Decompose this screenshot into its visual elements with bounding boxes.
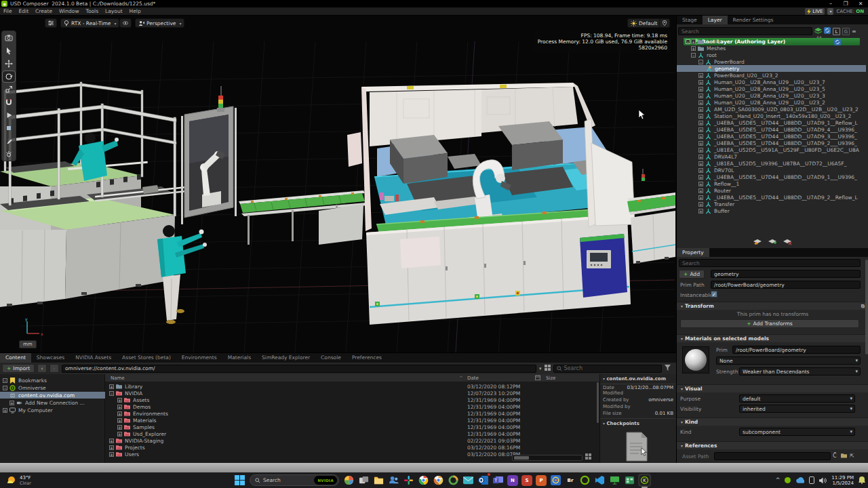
expander-icon[interactable]: + <box>117 411 122 416</box>
file-row[interactable]: +Projects03/12/2020 08:16PM <box>105 444 599 451</box>
tool-physics[interactable] <box>3 148 15 159</box>
taskbar-icon-stream[interactable]: S <box>521 475 532 486</box>
global-toggle[interactable]: G <box>842 28 850 35</box>
taskbar-icon-green-window[interactable] <box>623 474 636 487</box>
column-date[interactable]: Date <box>467 375 479 381</box>
taskbar-icon-outlook[interactable] <box>477 474 490 487</box>
nav-tree-item[interactable]: -Bookmarks <box>0 377 105 384</box>
menu-item-edit[interactable]: Edit <box>16 8 33 14</box>
expander-icon[interactable]: + <box>698 107 703 112</box>
menu-item-window[interactable]: Window <box>56 8 83 14</box>
nav-tree-item[interactable]: -Omniverse <box>0 384 105 391</box>
visual-section-header[interactable]: ▾Visual <box>677 384 868 392</box>
layer-tree-item[interactable]: +Human_U20__U28_Anna_U29__U20__U23_3 <box>677 92 866 99</box>
grid-view-icon[interactable] <box>585 453 591 461</box>
tool-rotate[interactable] <box>3 71 15 82</box>
layer-tree-item[interactable]: +_U4EBA__U5DE5__U7D44__U88DD__U7AD9_1___… <box>677 174 866 180</box>
expander-icon[interactable]: + <box>117 425 122 430</box>
back-button[interactable]: ‹ <box>37 364 47 373</box>
asset-path-field[interactable] <box>714 452 831 460</box>
slider-thumb[interactable] <box>514 456 529 460</box>
taskbar-icon-photos[interactable] <box>549 474 562 487</box>
expander-icon[interactable]: - <box>109 391 114 396</box>
units-badge[interactable]: mm <box>19 340 37 348</box>
nav-tree-item[interactable]: +Add New Connection ... <box>0 399 105 406</box>
waypoint-button[interactable] <box>659 18 670 28</box>
expander-icon[interactable]: + <box>117 405 122 409</box>
taskbar-icon-onenote[interactable]: N <box>507 475 518 486</box>
tool-move[interactable] <box>3 58 15 69</box>
file-row[interactable]: -NVIDIA12/07/2023 10:20PM <box>105 390 599 396</box>
expander-icon[interactable]: + <box>117 432 122 436</box>
expander-icon[interactable]: + <box>109 445 114 450</box>
list-options-icon[interactable]: ≡ <box>852 28 856 35</box>
expander-icon[interactable]: + <box>698 127 703 132</box>
expander-icon[interactable]: - <box>691 53 696 58</box>
taskbar-icon-task-view[interactable] <box>357 474 370 487</box>
browse-folder-icon[interactable] <box>841 453 847 460</box>
expander-icon[interactable]: + <box>691 39 696 44</box>
expander-icon[interactable]: - <box>3 386 7 390</box>
layer-tree-item[interactable]: +Transfer <box>677 201 866 207</box>
onedrive-icon[interactable] <box>795 477 804 483</box>
view-grid-icon[interactable] <box>545 365 551 372</box>
local-toggle[interactable]: L <box>833 28 840 35</box>
add-layer-icon[interactable] <box>768 239 777 247</box>
viewport-scene[interactable] <box>0 16 676 352</box>
references-section-header[interactable]: ▾References <box>677 441 868 449</box>
expander-icon[interactable]: + <box>9 401 14 405</box>
column-name[interactable]: Name <box>111 375 125 381</box>
taskbar-icon-chrome[interactable] <box>417 474 430 487</box>
expander-icon[interactable]: + <box>698 168 703 173</box>
taskbar-icon-omniverse-launcher[interactable] <box>578 474 591 487</box>
taskbar-icon-slack[interactable] <box>402 474 415 487</box>
tool-select[interactable] <box>3 45 15 56</box>
taskbar-icon-omniverse-kit[interactable]: K <box>638 474 651 487</box>
taskbar-icon-screen-cast[interactable] <box>608 474 621 487</box>
property-scrollbar[interactable] <box>865 260 868 354</box>
layer-tree-item[interactable]: +_U4EBA__U5DE5__U7D44__U88DD__U7AD9_4___… <box>677 126 866 133</box>
expander-icon[interactable]: + <box>698 202 703 207</box>
layer-tree-item[interactable]: -root <box>677 52 866 58</box>
layer-tree-item[interactable]: +_U81EA__U52D5__U591A__U529F__U80FD__U6E… <box>677 146 866 153</box>
expander-icon[interactable]: + <box>698 195 703 200</box>
import-button[interactable]: +Import <box>2 364 35 373</box>
expander-icon[interactable]: + <box>698 114 703 119</box>
transform-section-header[interactable]: ▾Transform ⧉ <box>677 302 868 310</box>
expander-icon[interactable]: + <box>698 121 703 125</box>
expander-icon[interactable]: + <box>109 439 114 443</box>
volume-icon[interactable] <box>819 477 827 484</box>
taskbar-icon-teams[interactable]: T <box>492 474 505 487</box>
nav-tree-item[interactable]: content.ov.nvidia.com <box>0 392 105 399</box>
taskbar-icon-bridge[interactable]: Br <box>565 475 576 486</box>
taskbar-icon-insights-app[interactable] <box>447 474 460 487</box>
nav-tree-item[interactable]: +My Computer <box>0 407 105 413</box>
expander-icon[interactable]: + <box>698 100 703 105</box>
layer-tree-item[interactable]: +_U81EA__U52D5__U9396__U87BA__U7D72__U6A… <box>677 160 866 167</box>
add-property-button[interactable]: +Add <box>679 270 705 279</box>
nvidia-chip[interactable]: NVIDIA <box>314 476 337 485</box>
layer-tree-item[interactable]: +Human_U20__U28_Anna_U29__U20__U23_2 <box>677 99 866 106</box>
layer-tree-item[interactable]: +DRV70L <box>677 167 866 174</box>
layer-tree-item[interactable]: geometry <box>677 65 866 72</box>
menu-item-layout[interactable]: Layout <box>102 8 126 14</box>
expander-icon[interactable]: + <box>698 161 703 166</box>
tool-play[interactable] <box>3 110 15 121</box>
taskbar-icon-mail[interactable] <box>462 474 475 487</box>
menu-item-file[interactable]: File <box>0 8 16 14</box>
visibility-button[interactable] <box>119 18 132 28</box>
start-button[interactable] <box>233 474 246 487</box>
expander-icon[interactable]: + <box>117 418 122 423</box>
lighting-selector[interactable]: Default <box>627 18 660 28</box>
renderer-selector[interactable]: RTX - Real-Time▾ <box>60 18 119 28</box>
merge-layer-icon[interactable] <box>753 239 762 247</box>
expander-icon[interactable]: + <box>109 452 114 457</box>
layer-search-input[interactable] <box>678 27 812 35</box>
expander-icon[interactable]: + <box>117 398 122 403</box>
layer-tree-item[interactable]: +Reflow__1 <box>677 180 866 187</box>
taskbar-icon-widgets-app[interactable] <box>342 474 355 487</box>
layer-tree-item[interactable]: +_U4EBA__U5DE5__U7D44__U88DD__U7AD9_2___… <box>677 140 866 146</box>
tab-layer[interactable]: Layer <box>703 16 728 24</box>
menu-item-help[interactable]: Help <box>126 8 144 14</box>
file-row[interactable]: +NVIDIA-Staging02/22/2021 09:03PM <box>105 437 599 444</box>
